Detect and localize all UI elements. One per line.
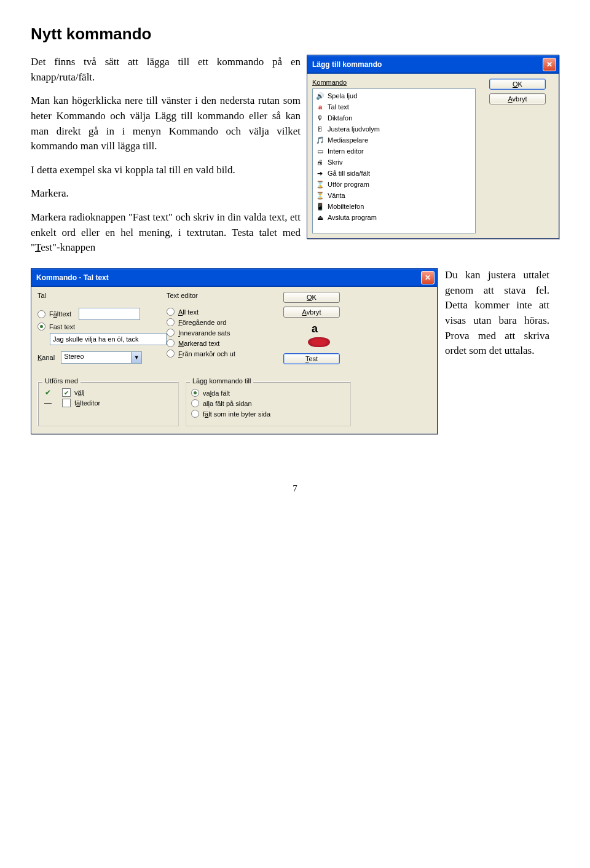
list-item[interactable]: 🎵Mediaspelare	[314, 135, 474, 146]
radio-all-text[interactable]: All text	[167, 308, 277, 316]
side-paragraph: Du kan justera uttalet genom att stava f…	[445, 268, 549, 359]
radio-marked-text[interactable]: Markerad text	[167, 339, 277, 347]
falttext-input[interactable]	[79, 308, 140, 320]
command-listbox[interactable]: 🔊Spela ljud aTal text 🎙Diktafon 🎚Justera…	[312, 88, 476, 233]
phone-icon: 📱	[315, 201, 325, 211]
list-item[interactable]: ⏏Avsluta program	[314, 212, 474, 223]
close-icon[interactable]: ✕	[543, 58, 556, 71]
chevron-down-icon: ▼	[131, 352, 141, 363]
checkbox-icon	[62, 399, 71, 407]
paragraph: Det finns två sätt att lägga till ett ko…	[31, 55, 301, 85]
list-item[interactable]: 🎚Justera ljudvolym	[314, 123, 474, 135]
paragraph: Markera radioknappen "Fast text" och skr…	[31, 210, 301, 256]
list-item[interactable]: 📱Mobiltelefon	[314, 201, 474, 212]
text-icon: a	[315, 102, 325, 112]
radio-falttext[interactable]: Fälttext	[37, 308, 160, 320]
radio-falt-inte-byter[interactable]: fält som inte byter sida	[191, 410, 345, 418]
exit-icon: ⏏	[315, 213, 325, 222]
kanal-combo[interactable]: Stereo ▼	[61, 351, 142, 364]
goto-icon: ➔	[315, 168, 325, 178]
radio-icon	[167, 318, 175, 326]
cancel-button[interactable]: Avbryt	[283, 307, 340, 318]
list-item[interactable]: 🎙Diktafon	[314, 112, 474, 123]
kanal-label: Kanal	[37, 354, 55, 361]
radio-icon	[167, 350, 175, 358]
dash-icon: —	[44, 399, 52, 407]
radio-current-sentence[interactable]: Innevarande sats	[167, 329, 277, 337]
radio-icon	[167, 308, 175, 316]
wait-icon: ⏳	[315, 190, 325, 200]
list-item[interactable]: 🖨Skriv	[314, 157, 474, 168]
speaker-icon: 🔊	[315, 91, 325, 101]
media-icon: 🎵	[315, 135, 325, 145]
volume-icon: 🎚	[315, 124, 325, 134]
list-item[interactable]: ➔Gå till sida/fält	[314, 168, 474, 179]
page-heading: Nytt kommando	[31, 25, 559, 44]
utfors-med-group: Utförs med ✔ ✔ välj — fälteditor	[37, 378, 179, 426]
group-legend: Utförs med	[42, 377, 81, 385]
fast-text-input[interactable]: Jag skulle vilja ha en öl, tack	[50, 333, 167, 345]
kommando-label: Kommando	[312, 79, 476, 86]
radio-alla-falt[interactable]: alla fält på sidan	[191, 399, 345, 407]
editor-icon: ▭	[315, 146, 325, 156]
text-editor-label: Text editor	[167, 292, 277, 299]
ok-button[interactable]: OK	[489, 79, 546, 90]
radio-icon	[191, 399, 199, 407]
dictaphone-icon: 🎙	[315, 113, 325, 123]
test-button[interactable]: Test	[283, 353, 340, 364]
paragraph: Markera.	[31, 186, 301, 201]
add-command-dialog: Lägg till kommando ✕ Kommando 🔊Spela lju…	[307, 55, 559, 239]
radio-from-cursor[interactable]: Från markör och ut	[167, 350, 277, 358]
radio-fast-text[interactable]: Fast text	[37, 323, 160, 330]
list-item[interactable]: aTal text	[314, 101, 474, 112]
titlebar[interactable]: Lägg till kommando ✕	[307, 55, 559, 74]
radio-previous-word[interactable]: Föregående ord	[167, 318, 277, 326]
list-item[interactable]: ⌛Utför program	[314, 179, 474, 190]
group-legend: Lägg kommando till	[190, 377, 253, 385]
checkbox-icon: ✔	[62, 388, 71, 397]
radio-icon	[37, 323, 45, 330]
tal-text-dialog: Kommando - Tal text ✕ Tal Fälttext Fast …	[31, 268, 438, 434]
body-text-column: Det finns två sätt att lägga till ett ko…	[31, 55, 301, 264]
radio-icon	[167, 329, 175, 337]
radio-icon	[37, 310, 45, 318]
ok-button[interactable]: OK	[283, 292, 340, 303]
check-valj[interactable]: ✔ ✔ välj	[44, 388, 173, 397]
radio-icon	[167, 339, 175, 347]
list-item[interactable]: ⏳Vänta	[314, 190, 474, 201]
radio-icon	[191, 410, 199, 418]
lagg-kommando-till-group: Lägg kommando till valda fält alla fält …	[185, 378, 351, 426]
tal-label: Tal	[37, 292, 160, 299]
check-falteditor[interactable]: — fälteditor	[44, 399, 173, 407]
lips-icon: a	[308, 324, 332, 348]
paragraph: I detta exempel ska vi koppla tal till e…	[31, 163, 301, 178]
radio-valda-falt[interactable]: valda fält	[191, 389, 345, 397]
close-icon[interactable]: ✕	[421, 271, 435, 284]
list-item[interactable]: ▭Intern editor	[314, 146, 474, 157]
run-icon: ⌛	[315, 179, 325, 189]
window-title: Lägg till kommando	[312, 60, 382, 69]
cancel-button[interactable]: Avbryt	[489, 93, 546, 104]
paragraph: Man kan högerklicka nere till vänster i …	[31, 93, 301, 154]
titlebar[interactable]: Kommando - Tal text ✕	[31, 268, 437, 287]
check-mark-icon: ✔	[44, 388, 52, 397]
print-icon: 🖨	[315, 157, 325, 167]
radio-icon	[191, 389, 199, 397]
window-title: Kommando - Tal text	[36, 273, 109, 282]
list-item[interactable]: 🔊Spela ljud	[314, 90, 474, 101]
page-number: 7	[31, 483, 559, 494]
